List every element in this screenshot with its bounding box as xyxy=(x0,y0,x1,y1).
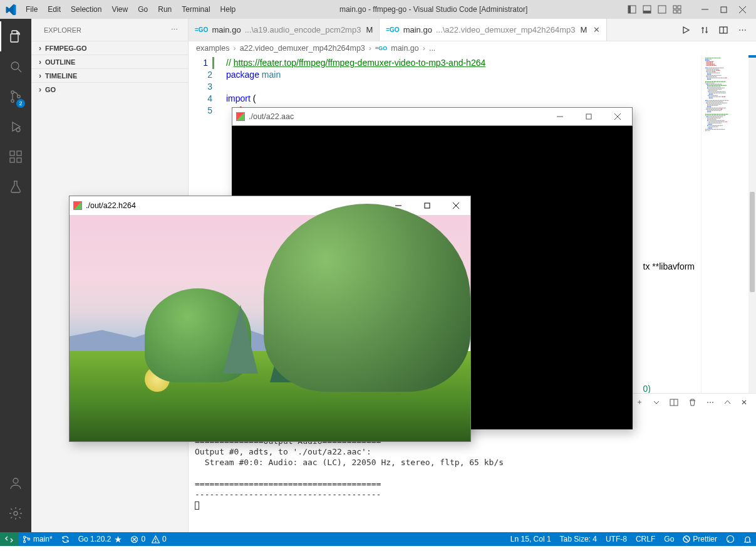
go-file-icon: =GO xyxy=(195,26,208,33)
editor-scrollbar[interactable] xyxy=(748,55,756,393)
status-bar: main* Go 1.20.2 0 0 Ln 15, Col 1 Tab Siz… xyxy=(0,532,756,546)
sidebar-section-go[interactable]: ›GO xyxy=(31,82,188,96)
language-indicator[interactable]: Go xyxy=(660,532,678,546)
svg-point-34 xyxy=(28,538,29,540)
crumb[interactable]: ... xyxy=(429,44,435,53)
menu-view[interactable]: View xyxy=(107,0,132,19)
tab-filename: main.go xyxy=(212,25,241,34)
sync-indicator[interactable] xyxy=(57,532,74,546)
cursor-position[interactable]: Ln 15, Col 1 xyxy=(506,532,556,546)
menu-terminal[interactable]: Terminal xyxy=(177,0,214,19)
code-fragment: tx **libavform xyxy=(643,261,695,273)
menu-go[interactable]: Go xyxy=(133,0,152,19)
svg-point-33 xyxy=(23,540,25,542)
tab-close-icon[interactable]: ✕ xyxy=(593,25,600,34)
diff-icon[interactable] xyxy=(700,25,710,35)
window-titlebar[interactable]: ./out/a22.aac xyxy=(232,107,633,126)
sidebar-section-ffmpeg-go[interactable]: ›FFMPEG-GO xyxy=(31,41,188,55)
tab-a19[interactable]: =GO main.go ...\a19.audio_encode_pcm2mp3… xyxy=(189,19,380,41)
sidebar-section-timeline[interactable]: ›TIMELINE xyxy=(31,68,188,82)
sidebar-section-outline[interactable]: ›OUTLINE xyxy=(31,55,188,68)
menu-run[interactable]: Run xyxy=(153,0,176,19)
go-version[interactable]: Go 1.20.2 xyxy=(74,532,127,546)
problems-indicator[interactable]: 0 0 xyxy=(126,532,170,546)
crumb[interactable]: a22.video_demuxer_mp42h264mp3 xyxy=(240,44,365,53)
more-actions-icon[interactable]: ⋯ xyxy=(737,25,747,35)
svg-rect-8 xyxy=(678,10,681,13)
branch-indicator[interactable]: main* xyxy=(18,532,57,546)
terminal-dropdown-icon[interactable] xyxy=(653,399,660,406)
tab-modified-indicator: M xyxy=(581,25,588,34)
crumb[interactable]: examples xyxy=(196,44,230,53)
encoding-indicator[interactable]: UTF-8 xyxy=(601,532,631,546)
run-debug-icon[interactable] xyxy=(0,112,31,142)
svg-line-15 xyxy=(18,69,21,72)
minimize-icon[interactable] xyxy=(700,4,710,14)
extensions-icon[interactable] xyxy=(0,142,31,172)
maximize-icon[interactable] xyxy=(574,107,603,126)
minimize-icon[interactable] xyxy=(546,107,574,126)
indent-indicator[interactable]: Tab Size: 4 xyxy=(556,532,601,546)
settings-gear-icon[interactable] xyxy=(0,498,31,528)
window-h264-player[interactable]: ./out/a22.h264 xyxy=(69,196,471,442)
search-icon[interactable] xyxy=(0,51,31,81)
source-control-icon[interactable]: 2 xyxy=(0,81,31,112)
remote-indicator[interactable] xyxy=(0,532,18,546)
svg-rect-3 xyxy=(643,11,651,13)
accounts-icon[interactable] xyxy=(0,468,31,498)
tab-filename: main.go xyxy=(403,25,432,34)
svg-point-25 xyxy=(13,478,18,483)
feedback-icon[interactable] xyxy=(722,532,739,546)
panel-right-icon[interactable] xyxy=(657,4,667,14)
panel-bottom-icon[interactable] xyxy=(642,4,652,14)
eol-indicator[interactable]: CRLF xyxy=(631,532,660,546)
layout-controls xyxy=(627,4,682,14)
chevron-up-icon[interactable] xyxy=(724,399,731,406)
explorer-icon[interactable] xyxy=(0,21,31,51)
svg-marker-27 xyxy=(683,27,689,33)
minimap[interactable]: ▀▀▀▀▀▀▀▀▀▀▀▀▀▀▀▀▀▀ ▀▀▀▀ ▀▀▀ ▀▀▀▀▀ ▀▀▀▀▀▀… xyxy=(701,55,756,393)
svg-rect-6 xyxy=(678,6,681,9)
close-icon[interactable] xyxy=(737,4,747,14)
svg-point-18 xyxy=(18,95,20,98)
new-terminal-icon[interactable]: ＋ xyxy=(636,397,643,407)
testing-icon[interactable] xyxy=(0,172,31,202)
activity-bar: 2 xyxy=(0,19,31,532)
svg-rect-4 xyxy=(658,6,666,13)
maximize-icon[interactable] xyxy=(413,196,442,215)
more-terminal-icon[interactable]: ⋯ xyxy=(707,398,714,407)
split-editor-icon[interactable] xyxy=(718,25,728,35)
menu-edit[interactable]: Edit xyxy=(43,0,65,19)
video-frame xyxy=(70,215,470,441)
crumb[interactable]: main.go xyxy=(391,44,418,53)
menu-selection[interactable]: Selection xyxy=(66,0,106,19)
app-icon xyxy=(73,201,82,210)
menu-file[interactable]: File xyxy=(21,0,42,19)
vscode-logo-icon xyxy=(0,4,21,15)
layout-grid-icon[interactable] xyxy=(672,4,682,14)
svg-point-16 xyxy=(11,91,14,93)
kill-terminal-icon[interactable] xyxy=(688,398,696,406)
close-icon[interactable] xyxy=(603,107,632,126)
close-icon[interactable] xyxy=(442,196,470,215)
sidebar-more-icon[interactable]: ⋯ xyxy=(171,26,179,34)
svg-rect-22 xyxy=(10,158,14,162)
scm-badge: 2 xyxy=(16,99,25,108)
split-terminal-icon[interactable] xyxy=(670,398,678,407)
svg-rect-1 xyxy=(628,6,631,13)
prettier-indicator[interactable]: Prettier xyxy=(678,532,722,546)
run-file-icon[interactable] xyxy=(681,25,691,35)
editor-tabs: =GO main.go ...\a19.audio_encode_pcm2mp3… xyxy=(189,19,756,41)
tab-a22[interactable]: =GO main.go ...\a22.video_demuxer_mp42h2… xyxy=(380,19,607,41)
svg-rect-5 xyxy=(673,6,676,9)
maximize-icon[interactable] xyxy=(718,4,728,14)
window-title-text: ./out/a22.h264 xyxy=(86,201,136,210)
tab-modified-indicator: M xyxy=(366,25,373,34)
close-panel-icon[interactable]: ✕ xyxy=(741,398,747,407)
menu-help[interactable]: Help xyxy=(216,0,241,19)
panel-left-icon[interactable] xyxy=(627,4,637,14)
notifications-icon[interactable] xyxy=(739,532,756,546)
sidebar-title: EXPLORER xyxy=(44,26,81,34)
breadcrumbs[interactable]: examples› a22.video_demuxer_mp42h264mp3›… xyxy=(189,41,756,55)
svg-point-32 xyxy=(23,536,25,538)
